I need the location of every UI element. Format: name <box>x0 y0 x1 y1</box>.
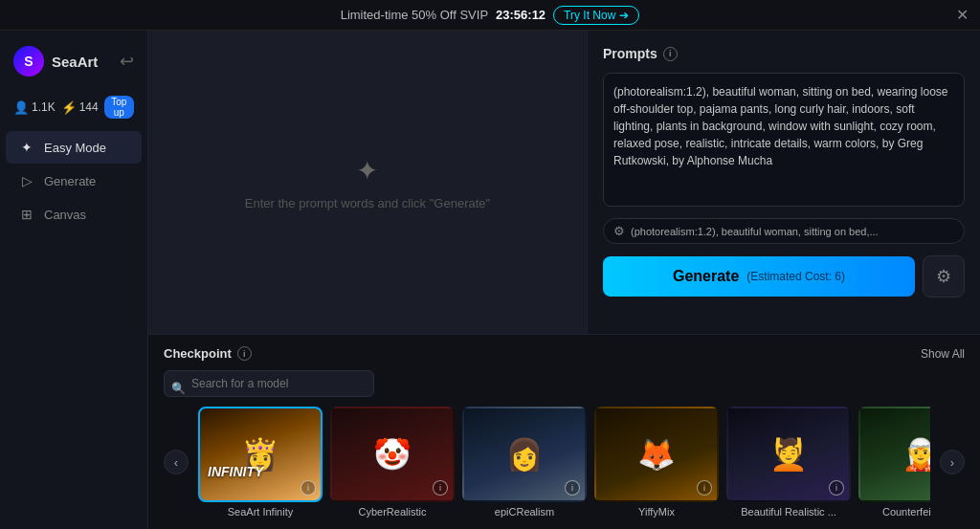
bottom-section: Checkpoint i Show All 🔍 ‹ 👸 INFINITY i <box>148 334 980 529</box>
checkpoint-info-icon[interactable]: i <box>237 346 252 361</box>
right-panel: Prompts i (photorealism:1.2), beautiful … <box>588 31 980 334</box>
model-name-yiffymix: YiffyMix <box>594 506 719 518</box>
model-thumb-yiffymix: 🦊 i <box>594 407 719 502</box>
settings-button[interactable]: ⚙ <box>923 255 965 298</box>
model-info-icon-cyber-realistic[interactable]: i <box>433 480 448 496</box>
generate-icon: ▷ <box>19 173 34 188</box>
try-it-now-button[interactable]: Try It Now ➔ <box>553 6 639 25</box>
model-card-seaart-infinity[interactable]: 👸 INFINITY i SeaArt Infinity <box>198 407 323 518</box>
generate-btn-label: Generate <box>673 268 739 285</box>
sidebar-item-generate[interactable]: ▷ Generate <box>6 165 142 197</box>
top-banner: Limited-time 50% Off SVIP 23:56:12 Try I… <box>0 0 980 31</box>
checkpoint-label: Checkpoint <box>164 346 232 361</box>
model-card-epicrealism[interactable]: 👩 i epiCRealism <box>462 407 587 518</box>
logo-text: SeaArt <box>52 54 98 70</box>
prompts-info-icon[interactable]: i <box>663 47 678 61</box>
logo-icon: S <box>13 46 44 77</box>
top-up-button[interactable]: Top up <box>104 96 134 119</box>
tag-preview-text: (photorealism:1.2), beautiful woman, sit… <box>631 226 879 237</box>
model-info-icon-seaart-infinity[interactable]: i <box>301 480 316 496</box>
canvas-icon: ⊞ <box>19 207 34 222</box>
canvas-area: ✦ Enter the prompt words and click "Gene… <box>148 31 588 334</box>
content-row: ✦ Enter the prompt words and click "Gene… <box>148 31 980 334</box>
model-thumb-beautiful-realistic: 💆 i <box>726 407 851 502</box>
sidebar-nav: ✦ Easy Mode ▷ Generate ⊞ Canvas <box>0 130 147 231</box>
model-name-counterfeit: Counterfeit-V3.0 <box>858 506 930 518</box>
search-wrapper: 🔍 <box>164 370 374 407</box>
show-all-link[interactable]: Show All <box>921 347 965 361</box>
user-icon: 👤 <box>13 100 29 115</box>
sidebar-item-canvas[interactable]: ⊞ Canvas <box>6 198 142 231</box>
sparkle-icon: ✦ <box>356 155 378 187</box>
model-card-yiffymix[interactable]: 🦊 i YiffyMix <box>594 407 719 518</box>
model-name-beautiful-realistic: Beautiful Realistic ... <box>726 506 851 518</box>
canvas-placeholder-text: Enter the prompt words and click "Genera… <box>245 196 490 210</box>
generate-button[interactable]: Generate (Estimated Cost: 6) <box>603 256 915 297</box>
sidebar: S SeaArt ↩ 👤 1.1K ⚡ 144 Top up ✦ Easy Mo… <box>0 31 148 529</box>
tag-icon: ⚙ <box>613 224 625 238</box>
try-btn-label: Try It Now <box>564 9 615 22</box>
models-row: ‹ 👸 INFINITY i SeaArt Infinity 🤡 <box>164 407 965 518</box>
model-name-seaart-infinity: SeaArt Infinity <box>198 506 323 518</box>
model-info-icon-epicrealism[interactable]: i <box>565 480 580 496</box>
search-model-input[interactable] <box>164 370 374 397</box>
model-card-beautiful-realistic[interactable]: 💆 i Beautiful Realistic ... <box>726 407 851 518</box>
model-info-icon-yiffymix[interactable]: i <box>697 480 712 496</box>
banner-timer: 23:56:12 <box>496 8 546 22</box>
app-body: S SeaArt ↩ 👤 1.1K ⚡ 144 Top up ✦ Easy Mo… <box>0 31 980 529</box>
settings-icon: ⚙ <box>936 266 951 287</box>
generate-label: Generate <box>44 174 96 188</box>
arrow-icon: ➔ <box>619 9 629 22</box>
main-content: ✦ Enter the prompt words and click "Gene… <box>148 31 980 529</box>
credits-value: 1.1K <box>32 100 56 114</box>
checkpoint-header: Checkpoint i Show All <box>164 346 965 361</box>
tag-preview-row: ⚙ (photorealism:1.2), beautiful woman, s… <box>603 218 965 244</box>
model-card-counterfeit[interactable]: 🧝 i Counterfeit-V3.0 <box>858 407 930 518</box>
models-next-button[interactable]: › <box>940 450 965 474</box>
user-stats: 👤 1.1K ⚡ 144 Top up <box>0 90 147 124</box>
canvas-placeholder: ✦ Enter the prompt words and click "Gene… <box>245 155 490 210</box>
back-button[interactable]: ↩ <box>120 51 134 72</box>
model-info-icon-beautiful-realistic[interactable]: i <box>829 480 844 496</box>
close-banner-button[interactable]: ✕ <box>956 6 969 24</box>
model-card-cyber-realistic[interactable]: 🤡 i CyberRealistic <box>330 407 455 518</box>
easy-mode-icon: ✦ <box>19 140 34 155</box>
prompts-label-row: Prompts i <box>603 46 965 61</box>
lightning-stat: ⚡ 144 <box>61 100 99 115</box>
sidebar-logo-area: S SeaArt ↩ <box>0 38 147 90</box>
model-name-cyber-realistic: CyberRealistic <box>330 506 455 518</box>
model-overlay-seaart-infinity: INFINITY <box>208 464 263 479</box>
model-thumb-cyber-realistic: 🤡 i <box>330 407 455 502</box>
lightning-value: 144 <box>79 100 99 114</box>
prompts-label-text: Prompts <box>603 46 657 61</box>
model-name-epicrealism: epiCRealism <box>462 506 587 518</box>
prompt-textarea[interactable]: (photorealism:1.2), beautiful woman, sit… <box>603 73 965 207</box>
models-prev-button[interactable]: ‹ <box>164 450 189 474</box>
model-thumb-counterfeit: 🧝 i <box>858 407 930 502</box>
canvas-label: Canvas <box>44 208 86 222</box>
sidebar-item-easy-mode[interactable]: ✦ Easy Mode <box>6 131 142 164</box>
model-thumb-seaart-infinity: 👸 INFINITY i <box>198 407 323 502</box>
easy-mode-label: Easy Mode <box>44 141 106 155</box>
banner-text: Limited-time 50% Off SVIP <box>341 8 488 22</box>
credits-stat: 👤 1.1K <box>13 100 56 115</box>
checkpoint-title: Checkpoint i <box>164 346 252 361</box>
models-list: 👸 INFINITY i SeaArt Infinity 🤡 i CyberRe… <box>198 407 930 518</box>
model-thumb-epicrealism: 👩 i <box>462 407 587 502</box>
model-figure-counterfeit: 🧝 <box>860 408 930 500</box>
lightning-icon: ⚡ <box>61 100 77 115</box>
generate-row: Generate (Estimated Cost: 6) ⚙ <box>603 255 965 298</box>
generate-cost: (Estimated Cost: 6) <box>746 270 845 283</box>
